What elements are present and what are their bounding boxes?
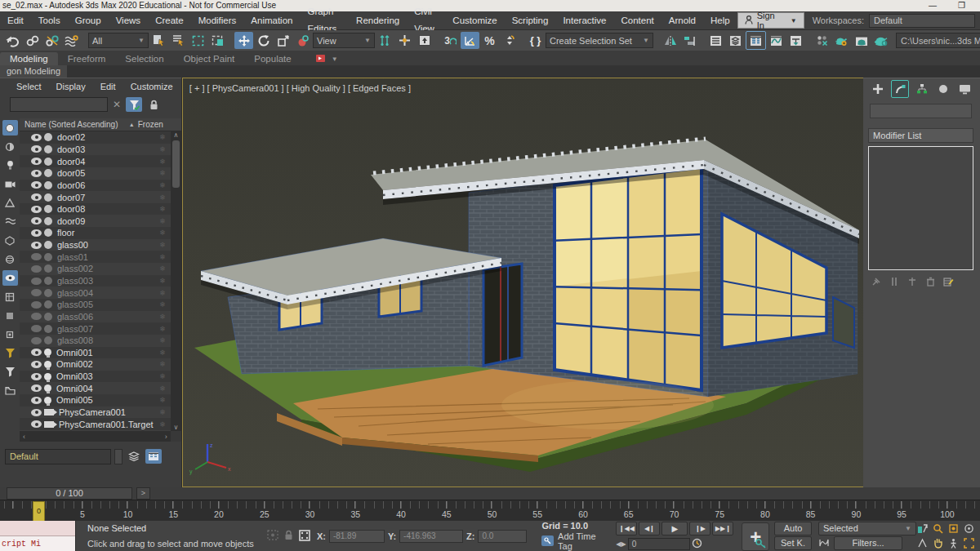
create-tab-icon[interactable] <box>870 81 886 97</box>
filter-spacewarps-icon[interactable] <box>2 214 18 229</box>
scroll-left-icon[interactable]: ‹ <box>23 433 25 441</box>
animation-range-field[interactable]: 0 / 100 <box>7 487 132 500</box>
scene-search-input[interactable] <box>10 97 108 112</box>
scene-row[interactable]: glass007❄ <box>20 322 171 335</box>
pin-stack-icon[interactable] <box>868 274 884 289</box>
visibility-eye-icon[interactable] <box>31 361 42 368</box>
frozen-toggle-icon[interactable]: ❄ <box>159 325 166 333</box>
sx-menu-select[interactable]: Select <box>10 82 48 91</box>
toggle-layer-explorer-icon[interactable] <box>706 32 725 49</box>
funnel-clear-filter-icon[interactable] <box>2 364 18 380</box>
remove-modifier-icon[interactable] <box>922 274 938 289</box>
menu-help[interactable]: Help <box>703 12 737 29</box>
pan-hand-icon[interactable] <box>932 537 944 550</box>
filter-xrefs-icon[interactable] <box>2 251 18 267</box>
unlink-selection-icon[interactable] <box>42 32 61 49</box>
ribbon-tab-modeling[interactable]: Modeling <box>0 52 58 65</box>
visibility-eye-icon[interactable] <box>31 278 42 285</box>
scene-row[interactable]: door08❄ <box>20 203 171 216</box>
visibility-eye-icon[interactable] <box>31 325 42 332</box>
visibility-eye-icon[interactable] <box>31 349 42 356</box>
zoom-icon[interactable] <box>916 522 929 535</box>
absolute-mode-transform-icon[interactable] <box>299 530 310 543</box>
visibility-eye-icon[interactable] <box>31 181 42 189</box>
window-crossing-toggle-icon[interactable] <box>208 32 227 49</box>
menu-views[interactable]: Views <box>109 12 148 29</box>
layer-manager-icon[interactable] <box>126 449 142 464</box>
filter-lights-icon[interactable] <box>2 158 18 173</box>
object-name-field[interactable] <box>870 104 972 118</box>
scene-row[interactable]: PhysCamera001❄ <box>20 407 171 419</box>
clear-search-icon[interactable]: ✕ <box>111 99 122 110</box>
scene-row[interactable]: door06❄ <box>20 180 171 192</box>
filter-bones-icon[interactable] <box>2 308 18 323</box>
visibility-eye-icon[interactable] <box>31 384 42 392</box>
menu-tools[interactable]: Tools <box>31 12 68 29</box>
modify-tab-icon[interactable] <box>891 80 909 98</box>
active-layer-dropdown[interactable]: Default <box>5 449 111 464</box>
frozen-toggle-icon[interactable]: ❄ <box>159 193 166 202</box>
frozen-toggle-icon[interactable]: ❄ <box>159 313 166 321</box>
ribbon-tab-object-paint[interactable]: Object Paint <box>174 52 245 65</box>
visibility-eye-icon[interactable] <box>31 289 42 296</box>
menu-group[interactable]: Group <box>68 12 109 29</box>
frozen-toggle-icon[interactable]: ❄ <box>159 205 166 213</box>
menu-interactive[interactable]: Interactive <box>555 12 613 29</box>
frozen-toggle-icon[interactable]: ❄ <box>159 217 166 225</box>
select-by-name-icon[interactable] <box>169 32 188 49</box>
project-folder-path[interactable]: C:\Users\nic...3ds Max 202 <box>896 33 980 48</box>
scene-row[interactable]: glass006❄ <box>20 311 171 323</box>
lock-icon[interactable] <box>145 97 162 112</box>
time-configuration-icon[interactable] <box>692 538 702 550</box>
spinner-snap-toggle-icon[interactable] <box>500 32 519 49</box>
menu-create[interactable]: Create <box>148 12 191 29</box>
select-and-scale-icon[interactable] <box>274 32 292 49</box>
zoom-all-icon[interactable] <box>932 522 944 535</box>
sx-menu-edit[interactable]: Edit <box>94 82 122 91</box>
motion-tab-icon[interactable] <box>935 81 951 97</box>
selected-key-filter-dropdown[interactable]: Selected ▼ <box>818 522 916 535</box>
frozen-toggle-icon[interactable]: ❄ <box>159 349 166 357</box>
visibility-eye-icon[interactable] <box>31 420 42 428</box>
create-selection-set-dropdown[interactable]: Create Selection Set ▼ <box>546 33 653 48</box>
menu-customize[interactable]: Customize <box>445 12 504 29</box>
frozen-toggle-icon[interactable]: ❄ <box>159 336 166 344</box>
frame-spinner-arrows[interactable]: ◀▶ <box>616 540 626 548</box>
ribbon-minimize-control[interactable]: ▼ <box>316 55 338 65</box>
visibility-eye-icon[interactable] <box>31 265 42 273</box>
scene-row[interactable]: door03❄ <box>20 144 171 156</box>
horizontal-scrollbar[interactable]: ‹› <box>20 431 171 442</box>
rectangular-selection-region-icon[interactable] <box>189 32 207 49</box>
maximize-button[interactable]: ❐ <box>958 0 965 11</box>
scene-row[interactable]: Omni004❄ <box>20 382 171 394</box>
toggle-scene-explorer-icon[interactable] <box>746 31 766 50</box>
modifier-list-dropdown[interactable]: Modifier List <box>868 128 973 143</box>
isolate-selection-icon[interactable] <box>267 530 278 542</box>
visibility-eye-icon[interactable] <box>31 158 42 165</box>
sign-in-button[interactable]: Sign In ▼ <box>737 12 804 29</box>
sx-menu-display[interactable]: Display <box>50 82 92 91</box>
visibility-eye-icon[interactable] <box>31 193 42 201</box>
scene-row[interactable]: glass003❄ <box>20 275 171 287</box>
filter-selection-icon[interactable] <box>2 120 18 136</box>
key-filters-icon[interactable] <box>818 538 830 549</box>
frozen-toggle-icon[interactable]: ❄ <box>159 289 166 297</box>
scene-explorer-mode-icon[interactable] <box>145 449 162 464</box>
frozen-toggle-icon[interactable]: ❄ <box>159 253 166 261</box>
menu-edit[interactable]: Edit <box>0 12 31 29</box>
ribbon-tab-selection[interactable]: Selection <box>115 52 173 65</box>
time-tag-icon[interactable] <box>541 535 554 546</box>
frozen-toggle-icon[interactable]: ❄ <box>159 264 166 273</box>
y-coordinate-field[interactable]: -416.963 <box>399 530 463 543</box>
key-filters-button[interactable]: Filters... <box>834 536 902 550</box>
add-time-tag-label[interactable]: Add Time Tag <box>558 531 611 551</box>
manage-layers-icon[interactable] <box>726 32 745 49</box>
scene-row[interactable]: door05❄ <box>20 167 171 180</box>
listener-script-pane[interactable]: cript Mi <box>0 536 75 551</box>
frozen-toggle-icon[interactable]: ❄ <box>159 241 166 249</box>
keyboard-shortcut-override-icon[interactable] <box>415 32 434 49</box>
scene-row[interactable]: glass004❄ <box>20 287 171 299</box>
next-frame-button[interactable]: ❙▶ <box>689 522 710 535</box>
maximize-viewport-toggle-icon[interactable] <box>963 537 975 550</box>
frozen-toggle-icon[interactable]: ❄ <box>159 396 166 404</box>
